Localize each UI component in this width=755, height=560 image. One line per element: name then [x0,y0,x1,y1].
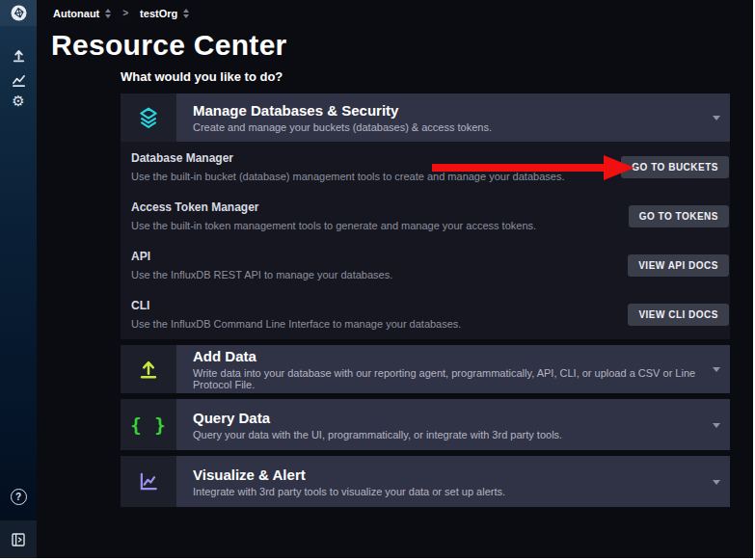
section-subtitle: Write data into your database with our r… [193,367,730,390]
row-database-manager: Database Manager Use the built-in bucket… [131,149,730,199]
app-window: ⚙ ? Autonaut > testOrg Resource Center W… [0,0,753,558]
sidebar-item-settings[interactable]: ⚙ [0,89,37,114]
page-prompt: What would you like to do? [121,69,283,84]
section-icon-cell [121,345,176,393]
section-icon-cell [121,93,176,142]
section-title: Manage Databases & Security [193,102,730,119]
section-query-data-header[interactable]: { } Query Data Query your data with the … [121,399,730,450]
section-visualize-alert: Visualize & Alert Integrate with 3rd par… [121,456,730,507]
caret-up-icon [183,9,189,13]
chevron-down-icon[interactable] [713,480,720,485]
chevron-down-icon[interactable] [713,423,720,428]
view-cli-docs-button[interactable]: VIEW CLI DOCS [628,304,729,326]
section-add-data: Add Data Write data into your database w… [121,345,730,393]
section-manage-databases: Manage Databases & Security Create and m… [121,93,730,339]
section-title: Add Data [193,348,730,364]
sidebar-item-feedback[interactable] [0,520,37,558]
graph-icon [12,73,26,88]
row-api: API Use the InfluxDB REST API to manage … [131,248,730,297]
section-header-main: Visualize & Alert Integrate with 3rd par… [176,456,730,507]
section-icon-cell [121,456,176,507]
section-header-main: Manage Databases & Security Create and m… [176,93,730,142]
row-description: Use the built-in bucket (database) manag… [131,171,584,183]
sidebar-item-load-data[interactable] [0,42,37,67]
breadcrumb-workspace[interactable]: testOrg [140,8,177,19]
section-visualize-alert-header[interactable]: Visualize & Alert Integrate with 3rd par… [121,456,730,507]
section-subtitle: Query your data with the UI, programmati… [193,429,730,440]
section-title: Visualize & Alert [193,467,730,483]
section-header-main: Add Data Write data into your database w… [176,345,730,393]
section-manage-databases-body: Database Manager Use the built-in bucket… [121,142,730,339]
breadcrumb-org[interactable]: Autonaut [53,8,99,19]
section-title: Query Data [193,410,730,426]
caret-down-icon [183,14,189,18]
row-description: Use the InfluxDB REST API to manage your… [131,269,584,281]
chevron-down-icon[interactable] [713,116,720,120]
section-subtitle: Integrate with 3rd party tools to visual… [193,486,730,497]
influxdb-logo[interactable] [0,0,37,26]
section-manage-databases-header[interactable]: Manage Databases & Security Create and m… [121,93,730,142]
section-subtitle: Create and manage your buckets (database… [193,121,730,133]
upload-icon [138,359,159,380]
row-cli: CLI Use the InfluxDB Command Line Interf… [131,297,730,346]
org-dropdown-caret-icon[interactable] [105,9,111,18]
breadcrumb: Autonaut > testOrg [37,0,751,26]
go-to-buckets-button[interactable]: GO TO BUCKETS [621,156,729,178]
view-api-docs-button[interactable]: VIEW API DOCS [628,254,729,277]
braces-icon: { } [130,414,166,436]
influxdb-logo-icon [11,5,27,21]
chart-icon [138,471,159,493]
sidebar-item-help[interactable]: ? [0,484,37,509]
section-header-main: Query Data Query your data with the UI, … [176,399,730,450]
go-to-tokens-button[interactable]: GO TO TOKENS [629,205,729,227]
feedback-icon [12,533,25,547]
section-query-data: { } Query Data Query your data with the … [121,399,730,450]
gear-icon: ⚙ [12,94,24,109]
page-title: Resource Center [51,29,287,62]
row-description: Use the InfluxDB Command Line Interface … [131,318,584,331]
section-add-data-header[interactable]: Add Data Write data into your database w… [121,345,730,393]
breadcrumb-separator: > [122,8,128,18]
layers-icon [137,106,160,129]
help-icon: ? [11,489,27,505]
caret-up-icon [105,9,111,13]
section-icon-cell: { } [121,399,176,450]
row-description: Use the built-in token management tools … [131,220,584,232]
chevron-down-icon[interactable] [713,367,720,372]
row-access-token-manager: Access Token Manager Use the built-in to… [131,199,730,248]
workspace-dropdown-caret-icon[interactable] [183,9,189,18]
caret-down-icon [105,14,111,18]
upload-icon [12,48,26,63]
sidebar: ⚙ ? [0,0,37,558]
